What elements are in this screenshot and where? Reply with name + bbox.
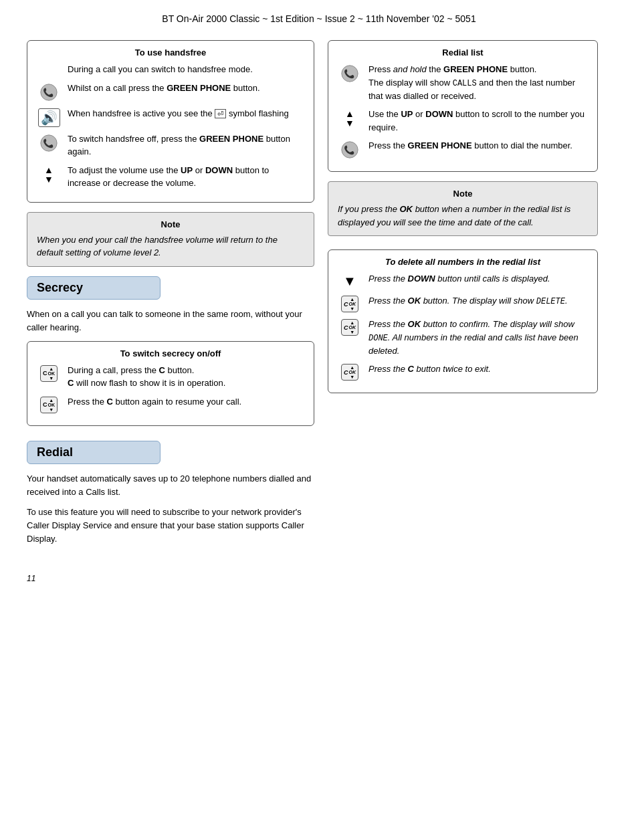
redial-note-box: Note If you press the OK button when a n… [328,181,598,236]
redial-list-box: Redial list Press and hold the GREEN PHO… [328,40,598,172]
phone-icon [338,139,362,159]
page-number: 11 [27,574,611,583]
item-text: When handsfree is active you see the ⏎ s… [68,107,304,120]
phone-icon [338,63,362,83]
item-text: During a call, press the C button.C will… [68,364,304,390]
updown-arrow-icon: ▲ ▼ [338,108,362,128]
list-item: C ▲ OK ▼ During a call, press the C butt… [37,364,304,390]
list-item: C ▲ OK ▼ Press the OK button. The displa… [338,294,588,312]
item-text: Press and hold the GREEN PHONE button.Th… [368,63,588,102]
redial-list-title: Redial list [338,47,588,58]
redial-section: Redial Your handset automatically saves … [27,441,314,546]
list-item: C ▲ OK ▼ Press the C button twice to exi… [338,362,588,381]
item-text: Press the OK button to confirm. The disp… [368,318,588,357]
phone-icon [37,132,61,152]
list-item: Whilst on a call press the GREEN PHONE b… [37,82,304,102]
note-title: Note [37,219,304,229]
handsfree-box-title: To use handsfree [37,47,304,58]
secrecy-switch-box: To switch secrecy on/off C ▲ OK ▼ [27,341,314,426]
updown-arrow-icon: ▲ ▼ [37,164,61,184]
redial-note-title: Note [338,189,588,199]
item-text: During a call you can switch to handsfre… [68,63,304,76]
delete-redial-box: To delete all numbers in the redial list… [328,249,598,393]
list-item: C ▲ OK ▼ Press the C button again to res… [37,395,304,413]
secrecy-switch-title: To switch secrecy on/off [37,348,304,358]
redial-heading: Redial [27,441,161,464]
list-item: To switch handsfree off, press the GREEN… [37,132,304,159]
list-item: 🔊 When handsfree is active you see the ⏎… [37,107,304,127]
cok-button-icon: C ▲ OK ▼ [37,395,61,413]
cok-button-icon: C ▲ OK ▼ [338,362,362,381]
list-item: Press the GREEN PHONE button to dial the… [338,139,588,159]
secrecy-text: When on a call you can talk to someone i… [27,308,314,334]
item-text: Whilst on a call press the GREEN PHONE b… [68,82,304,95]
item-text: Use the UP or DOWN button to scroll to t… [368,108,588,134]
page-header: BT On-Air 2000 Classic ~ 1st Edition ~ I… [27,13,611,24]
list-item: During a call you can switch to handsfre… [37,63,304,76]
list-item: ▲ ▼ Use the UP or DOWN button to scroll … [338,108,588,134]
cok-button-icon: C ▲ OK ▼ [338,294,362,312]
cok-button-icon: C ▲ OK ▼ [37,364,61,382]
redial-text1: Your handset automatically saves up to 2… [27,472,314,499]
handsfree-symbol-icon: 🔊 [37,107,61,127]
svg-point-1 [41,134,57,150]
item-text: Press the C button twice to exit. [368,362,588,376]
redial-text2: To use this feature you will need to sub… [27,506,314,546]
secrecy-section: Secrecy When on a call you can talk to s… [27,276,314,426]
handsfree-note-box: Note When you end your call the handsfre… [27,212,314,267]
item-text: Press the OK button. The display will sh… [368,294,588,308]
phone-icon [37,82,61,102]
item-text: Press the GREEN PHONE button to dial the… [368,139,588,152]
list-item: Press and hold the GREEN PHONE button.Th… [338,63,588,102]
list-item: C ▲ OK ▼ Press the OK button to confirm.… [338,318,588,357]
delete-redial-title: To delete all numbers in the redial list [338,257,588,267]
no-icon [37,63,61,64]
list-item: ▲ ▼ To adjust the volume use the UP or D… [37,164,304,190]
note-text: When you end your call the handsfree vol… [37,233,304,259]
item-text: Press the C button again to resume your … [68,395,304,409]
redial-note-text: If you press the OK button when a number… [338,203,588,229]
svg-point-3 [342,142,358,158]
down-arrow-icon: ▼ [338,272,362,289]
secrecy-heading: Secrecy [27,276,161,300]
svg-point-0 [41,84,57,100]
item-text: To adjust the volume use the UP or DOWN … [68,164,304,190]
item-text: Press the DOWN button until calls is dis… [368,272,588,286]
cok-button-icon: C ▲ OK ▼ [338,318,362,336]
handsfree-box: To use handsfree During a call you can s… [27,40,314,203]
svg-point-2 [342,66,358,82]
list-item: ▼ Press the DOWN button until calls is d… [338,272,588,289]
item-text: To switch handsfree off, press the GREEN… [68,132,304,159]
